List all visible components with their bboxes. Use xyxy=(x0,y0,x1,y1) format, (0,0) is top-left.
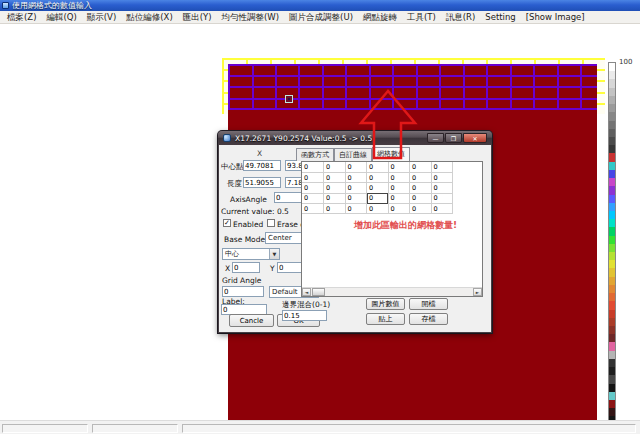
grid-cell[interactable]: 0 xyxy=(302,204,324,214)
grid-cell[interactable]: 0 xyxy=(324,162,346,172)
paste-button[interactable]: 貼上 xyxy=(366,313,405,325)
palette-segment xyxy=(609,88,615,96)
menu-item-3[interactable]: 點位編修(X) xyxy=(121,11,177,23)
grid-cell[interactable]: 0 xyxy=(302,183,324,193)
horizontal-scrollbar[interactable]: ◄ ► xyxy=(302,287,482,296)
scroll-left-icon[interactable]: ◄ xyxy=(302,288,311,296)
grid-cell[interactable]: 0 xyxy=(324,193,346,203)
length-x-input[interactable] xyxy=(243,177,281,188)
center-label: 中心點 xyxy=(221,162,244,172)
palette-segment xyxy=(609,153,615,161)
grid-cell[interactable]: 0 xyxy=(345,193,367,203)
palette-segment xyxy=(609,227,615,235)
palette-segment xyxy=(609,277,615,285)
menu-item-8[interactable]: 工具(T) xyxy=(402,11,441,23)
anchor-select[interactable]: 中心 ▼ xyxy=(222,248,280,260)
grid-cell[interactable]: 0 xyxy=(431,162,453,172)
menu-item-1[interactable]: 編輯(Q) xyxy=(41,11,81,23)
grid-cell[interactable]: 0 xyxy=(410,162,432,172)
status-panel-0 xyxy=(2,424,88,433)
grid-cell[interactable]: 0 xyxy=(345,172,367,182)
grid-cell[interactable]: 0 xyxy=(345,162,367,172)
palette-segment xyxy=(609,293,615,301)
minimize-button[interactable]: — xyxy=(427,133,444,143)
menu-item-6[interactable]: 圖片合成調整(U) xyxy=(284,11,358,23)
grid-cell[interactable]: 0 xyxy=(410,193,432,203)
grid-cell[interactable]: 0 xyxy=(431,193,453,203)
palette-segment xyxy=(609,244,615,252)
palette-segment xyxy=(609,342,615,350)
window-title: 使用網格式的數值輸入 xyxy=(12,0,92,11)
palette-segment xyxy=(609,211,615,219)
grid-cell[interactable]: 0 xyxy=(324,172,346,182)
blend-input[interactable] xyxy=(282,310,327,321)
grid-angle-input[interactable] xyxy=(222,286,264,297)
grid-values-panel: 00000000000000000000000000000000000 增加此區… xyxy=(301,161,483,297)
chevron-down-icon[interactable]: ▼ xyxy=(269,249,279,259)
erase-dots-checkbox[interactable] xyxy=(267,219,275,227)
close-button[interactable]: ✕ xyxy=(463,133,487,143)
save-file-button[interactable]: 存檔 xyxy=(409,313,448,325)
maximize-button[interactable]: ❐ xyxy=(445,133,462,143)
grid-cell[interactable]: 0 xyxy=(431,204,453,214)
center-x-input[interactable] xyxy=(243,160,281,171)
scale-max-label: 100 xyxy=(619,58,632,66)
menu-item-10[interactable]: Setting xyxy=(480,11,520,23)
palette-segment xyxy=(609,318,615,326)
palette-segment xyxy=(609,162,615,170)
dialog-titlebar[interactable]: X17.2671 Y90.2574 Value:0.5 -> 0.5 — ❐ ✕ xyxy=(218,131,492,145)
menu-item-4[interactable]: 匯出(Y) xyxy=(178,11,217,23)
grid-cell[interactable]: 0 xyxy=(431,172,453,182)
grid-cell[interactable]: 0 xyxy=(367,193,389,203)
palette-segment xyxy=(609,408,615,416)
grid-cell[interactable]: 0 xyxy=(388,162,410,172)
menu-item-9[interactable]: 訊息(R) xyxy=(441,11,481,23)
menu-item-5[interactable]: 均勻性調整(W) xyxy=(217,11,285,23)
grid-cell[interactable]: 0 xyxy=(302,172,324,182)
tab-1[interactable]: 自訂曲線 xyxy=(334,148,372,161)
grid-cell[interactable]: 0 xyxy=(367,183,389,193)
grid-cell[interactable]: 0 xyxy=(410,204,432,214)
enabled-checkbox[interactable]: ✓ xyxy=(223,219,231,227)
image-values-button[interactable]: 圖片數值 xyxy=(366,298,405,310)
palette-segment xyxy=(609,170,615,178)
scrollbar-thumb[interactable] xyxy=(312,288,325,296)
anchor-value: 中心 xyxy=(225,249,239,259)
grid-cell[interactable]: 0 xyxy=(410,172,432,182)
grid-cell[interactable]: 0 xyxy=(345,204,367,214)
open-file-button[interactable]: 開檔 xyxy=(409,298,448,310)
palette-segment xyxy=(609,178,615,186)
grid-cell[interactable]: 0 xyxy=(367,172,389,182)
cancel-button[interactable]: Cancle xyxy=(229,314,274,327)
grid-cell[interactable]: 0 xyxy=(388,193,410,203)
grid-cell[interactable]: 0 xyxy=(324,183,346,193)
palette-segment xyxy=(609,392,615,400)
scroll-right-icon[interactable]: ► xyxy=(473,288,482,296)
palette-segment xyxy=(609,195,615,203)
grid-cell[interactable]: 0 xyxy=(388,172,410,182)
grid-cell[interactable]: 0 xyxy=(388,183,410,193)
grid-cell[interactable]: 0 xyxy=(302,162,324,172)
grid-cell[interactable]: 0 xyxy=(324,204,346,214)
grid-cell[interactable]: 0 xyxy=(367,162,389,172)
menu-item-7[interactable]: 網點旋轉 xyxy=(358,11,402,23)
x-offset-input[interactable] xyxy=(232,262,260,273)
base-mode-label: Base Mode xyxy=(224,235,265,244)
column-header-x: X xyxy=(257,149,262,158)
grid-cell[interactable]: 0 xyxy=(388,204,410,214)
grid-cell[interactable]: 0 xyxy=(410,183,432,193)
menu-item-0[interactable]: 檔案(Z) xyxy=(2,11,41,23)
enabled-label: Enabled xyxy=(233,220,263,229)
grid-cell[interactable]: 0 xyxy=(431,183,453,193)
menu-item-2[interactable]: 顯示(V) xyxy=(82,11,121,23)
palette-segment xyxy=(609,137,615,145)
palette-segment xyxy=(609,359,615,367)
grid-cell[interactable]: 0 xyxy=(302,193,324,203)
grid-cell[interactable]: 0 xyxy=(345,183,367,193)
tab-0[interactable]: 函數方式 xyxy=(296,148,334,161)
tab-2[interactable]: 網格數值 xyxy=(372,147,410,161)
palette-segment xyxy=(609,121,615,129)
grid-cell[interactable]: 0 xyxy=(367,204,389,214)
menu-item-11[interactable]: [Show Image] xyxy=(521,11,590,23)
selected-cell-marker xyxy=(285,95,293,103)
